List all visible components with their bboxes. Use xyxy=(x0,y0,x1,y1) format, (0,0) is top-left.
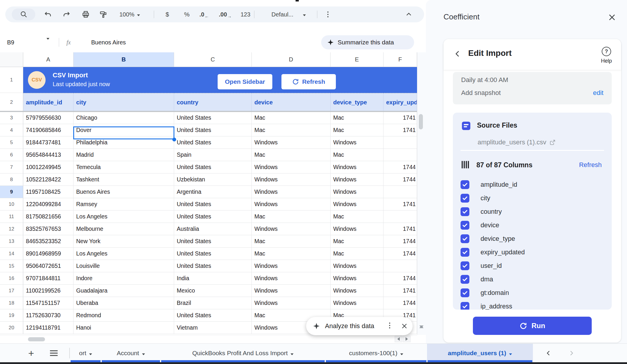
cell-D13[interactable]: Mac xyxy=(252,235,331,248)
more-options-icon[interactable] xyxy=(389,323,390,328)
fill-handle[interactable] xyxy=(172,138,176,141)
increase-decimal-button[interactable]: .00→ xyxy=(219,11,232,19)
checkbox-checked[interactable] xyxy=(461,261,469,270)
cell-B16[interactable]: Indore xyxy=(74,272,174,285)
row-header-7[interactable]: 7 xyxy=(0,161,23,173)
zoom-select[interactable]: 100% xyxy=(119,11,134,18)
cell-F3[interactable]: 1741 xyxy=(383,112,417,124)
cell-D16[interactable]: Windows xyxy=(252,272,331,285)
field-header-expiry-updated[interactable]: expiry_updated xyxy=(383,93,417,112)
row-header-13[interactable]: 13 xyxy=(0,235,23,248)
more-options-icon[interactable] xyxy=(327,11,328,17)
cell-C13[interactable]: United States xyxy=(174,235,252,248)
cell-E14[interactable]: Mac xyxy=(331,248,383,260)
cell-A12[interactable]: 83525767653 xyxy=(23,223,74,235)
cell-B8[interactable]: Tashkent xyxy=(74,173,174,186)
format-percent-button[interactable]: % xyxy=(184,11,190,18)
cell-B17[interactable]: Guadalajara xyxy=(74,285,174,297)
cell-E16[interactable]: Windows xyxy=(331,272,383,285)
cell-F9[interactable] xyxy=(383,186,417,198)
cell-F12[interactable]: 1741 xyxy=(383,223,417,235)
cell-A11[interactable]: 81750821656 xyxy=(23,211,74,223)
cell-F15[interactable] xyxy=(383,260,417,272)
checkbox-checked[interactable] xyxy=(461,194,469,203)
chevron-down-icon[interactable] xyxy=(137,13,140,16)
edit-link[interactable]: edit xyxy=(593,89,603,97)
cell-A17[interactable]: 11002199526 xyxy=(23,285,74,297)
cell-D14[interactable]: Mac xyxy=(252,248,331,260)
vertical-scrollbar-track[interactable] xyxy=(417,52,426,335)
cell-A20[interactable]: 12194118791 xyxy=(23,322,74,334)
style-select[interactable]: Defaul... xyxy=(271,11,293,18)
scroll-down-icon[interactable] xyxy=(419,328,423,333)
cell-A9[interactable]: 11957108425 xyxy=(23,186,74,198)
cell-E10[interactable]: Windows xyxy=(331,198,383,211)
column-header-A[interactable]: A xyxy=(23,52,74,67)
cell-B20[interactable]: Hanoi xyxy=(74,322,174,334)
chevron-down-icon[interactable] xyxy=(303,13,306,16)
cell-C12[interactable]: Australia xyxy=(174,223,252,235)
columns-refresh-link[interactable]: Refresh xyxy=(579,161,602,169)
horizontal-scrollbar-thumb[interactable] xyxy=(28,337,45,341)
field-header-amplitude-id[interactable]: amplitude_id xyxy=(23,93,74,112)
cell-C19[interactable]: United States xyxy=(174,309,252,322)
cell-A8[interactable]: 10522128422 xyxy=(23,173,74,186)
cell-A18[interactable]: 11547151157 xyxy=(23,297,74,309)
cell-D9[interactable]: Windows xyxy=(252,186,331,198)
cell-D8[interactable]: Windows xyxy=(252,173,331,186)
row-header-8[interactable]: 8 xyxy=(0,173,23,186)
field-header-city[interactable]: city xyxy=(74,93,174,112)
cell-F7[interactable]: 1744 xyxy=(383,161,417,173)
checkbox-checked[interactable] xyxy=(461,288,469,297)
cell-F18[interactable]: 1744 xyxy=(383,297,417,309)
cell-E5[interactable]: Windows xyxy=(331,136,383,149)
cell-B18[interactable]: Uberaba xyxy=(74,297,174,309)
row-header-17[interactable]: 17 xyxy=(0,285,23,297)
column-header-C[interactable]: C xyxy=(174,52,252,67)
cell-F16[interactable]: 1744 xyxy=(383,272,417,285)
cell-C15[interactable]: United States xyxy=(174,260,252,272)
print-icon[interactable] xyxy=(82,11,90,19)
cell-D18[interactable]: Windows xyxy=(252,297,331,309)
cell-D7[interactable]: Windows xyxy=(252,161,331,173)
tab-scroll-right-icon[interactable] xyxy=(566,349,576,357)
checkbox-checked[interactable] xyxy=(461,207,469,216)
formula-input[interactable]: Buenos Aires xyxy=(91,39,126,46)
row-header-1[interactable]: 1 xyxy=(0,67,23,93)
column-header-B[interactable]: B xyxy=(74,52,174,67)
back-icon[interactable] xyxy=(453,50,462,58)
field-header-country[interactable]: country xyxy=(174,93,252,112)
close-icon[interactable] xyxy=(401,323,408,330)
cell-F4[interactable]: 1741 xyxy=(383,124,417,136)
tab-ort[interactable]: ort xyxy=(70,344,101,362)
cell-D6[interactable]: Mac xyxy=(252,149,331,161)
cell-B19[interactable]: Redmond xyxy=(74,309,174,322)
row-header-12[interactable]: 12 xyxy=(0,223,23,235)
more-formats-button[interactable]: 123 xyxy=(241,11,250,18)
cell-A3[interactable]: 57979556630 xyxy=(23,112,74,124)
scroll-up-icon[interactable] xyxy=(419,320,423,326)
cell-C20[interactable]: Vietnam xyxy=(174,322,252,334)
row-header-15[interactable]: 15 xyxy=(0,260,23,272)
checkbox-checked[interactable] xyxy=(461,275,469,284)
cell-E3[interactable]: Mac xyxy=(331,112,383,124)
row-header-5[interactable]: 5 xyxy=(0,136,23,149)
cell-A19[interactable]: 11752630730 xyxy=(23,309,74,322)
cell-D10[interactable]: Windows xyxy=(252,198,331,211)
cell-B7[interactable]: Temecula xyxy=(74,161,174,173)
name-box[interactable]: B9 xyxy=(7,39,14,46)
cell-E15[interactable]: Windows xyxy=(331,260,383,272)
decrease-decimal-button[interactable]: .0← xyxy=(199,11,209,19)
row-header-16[interactable]: 16 xyxy=(0,272,23,285)
cell-E13[interactable]: Mac xyxy=(331,235,383,248)
horizontal-scrollbar-track[interactable] xyxy=(0,335,417,343)
cell-E6[interactable]: Mac xyxy=(331,149,383,161)
checkbox-checked[interactable] xyxy=(461,248,469,257)
checkbox-checked[interactable] xyxy=(461,180,469,189)
row-header-9[interactable]: 9 xyxy=(0,186,23,198)
cell-C10[interactable]: United States xyxy=(174,198,252,211)
cell-B14[interactable]: Los Angeles xyxy=(74,248,174,260)
cell-D15[interactable]: Windows xyxy=(252,260,331,272)
cell-A16[interactable]: 97071844811 xyxy=(23,272,74,285)
summarize-data-button[interactable]: Summarize this data xyxy=(321,35,414,49)
